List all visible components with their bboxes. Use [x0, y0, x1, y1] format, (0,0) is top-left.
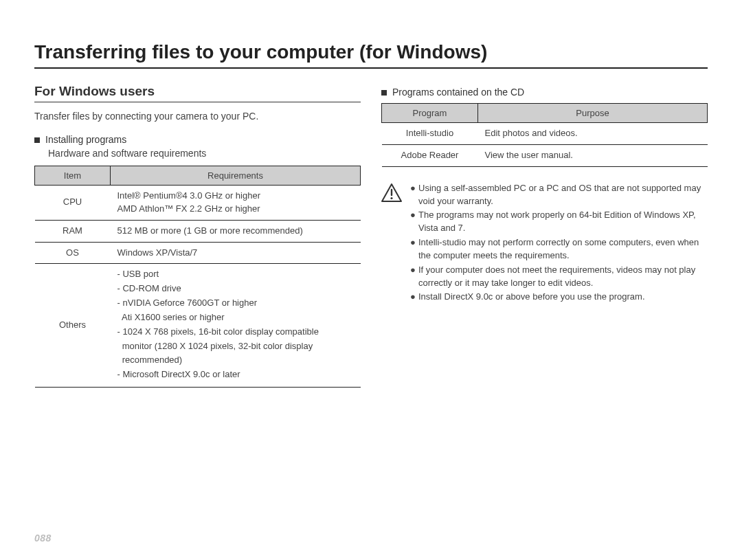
table-row: OS Windows XP/Vista/7 [35, 242, 361, 264]
req-item: CPU [35, 186, 111, 221]
warning-box: ●Using a self-assembled PC or a PC and O… [381, 182, 708, 306]
warning-icon [381, 182, 402, 205]
table-row: Others - USB port - CD-ROM drive - nVIDI… [35, 264, 361, 388]
prog-purpose: View the user manual. [478, 144, 708, 166]
subheading-windows-users: For Windows users [34, 84, 361, 102]
requirements-subtitle: Hardware and software requirements [48, 148, 361, 159]
list-item: ●Intelli-studio may not perform correctl… [410, 236, 708, 262]
list-item: ●The programs may not work properly on 6… [410, 209, 708, 235]
prog-header-program: Program [382, 104, 478, 123]
programs-label: Programs contained on the CD [392, 87, 524, 98]
req-header-item: Item [35, 166, 111, 186]
page: Transferring files to your computer (for… [0, 0, 742, 560]
left-column: For Windows users Transfer files by conn… [34, 84, 361, 388]
warning-list: ●Using a self-assembled PC or a PC and O… [410, 182, 708, 306]
prog-purpose: Edit photos and videos. [478, 123, 708, 145]
svg-point-2 [390, 197, 392, 199]
right-column: Programs contained on the CD Program Pur… [381, 84, 708, 388]
installing-label: Installing programs [45, 134, 126, 145]
table-header-row: Program Purpose [382, 104, 708, 123]
list-item: ●Using a self-assembled PC or a PC and O… [410, 182, 708, 208]
programs-table: Program Purpose Intelli-studio Edit phot… [381, 103, 708, 167]
table-row: Adobe Reader View the user manual. [382, 144, 708, 166]
bullet-square-icon [34, 137, 40, 143]
section-installing-programs: Installing programs [34, 134, 361, 145]
req-value: Intel® Pentium®4 3.0 GHz or higher AMD A… [111, 186, 361, 221]
list-item: ●Install DirectX 9.0c or above before yo… [410, 291, 708, 304]
req-value: 512 MB or more (1 GB or more recommended… [111, 220, 361, 242]
section-programs-on-cd: Programs contained on the CD [381, 87, 708, 98]
table-row: Intelli-studio Edit photos and videos. [382, 123, 708, 145]
table-row: RAM 512 MB or more (1 GB or more recomme… [35, 220, 361, 242]
req-header-req: Requirements [111, 166, 361, 186]
requirements-table: Item Requirements CPU Intel® Pentium®4 3… [34, 166, 361, 388]
bullet-square-icon [381, 90, 387, 96]
list-item: ●If your computer does not meet the requ… [410, 264, 708, 290]
table-header-row: Item Requirements [35, 166, 361, 186]
req-item: Others [35, 264, 111, 388]
columns: For Windows users Transfer files by conn… [34, 84, 708, 388]
table-row: CPU Intel® Pentium®4 3.0 GHz or higher A… [35, 186, 361, 221]
req-item: OS [35, 242, 111, 264]
req-item: RAM [35, 220, 111, 242]
req-value: Windows XP/Vista/7 [111, 242, 361, 264]
prog-header-purpose: Purpose [478, 104, 708, 123]
prog-item: Adobe Reader [382, 144, 478, 166]
intro-text: Transfer files by connecting your camera… [34, 111, 361, 122]
page-title: Transferring files to your computer (for… [34, 41, 708, 69]
prog-item: Intelli-studio [382, 123, 478, 145]
req-value: - USB port - CD-ROM drive - nVIDIA Gefor… [111, 264, 361, 388]
page-number: 088 [34, 533, 52, 544]
